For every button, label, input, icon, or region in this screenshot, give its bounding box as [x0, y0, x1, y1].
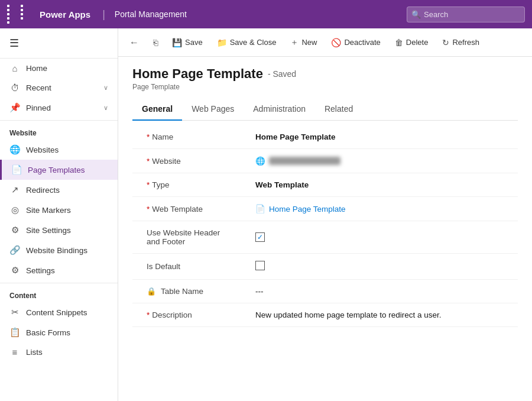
field-label-website: *Website — [132, 149, 251, 173]
sidebar-item-lists[interactable]: ≡ Lists — [0, 342, 118, 362]
field-value-is-default[interactable] — [251, 254, 518, 280]
save-close-button[interactable]: 📁 Save & Close — [210, 34, 283, 51]
sidebar-item-label: Redirects — [26, 186, 108, 195]
sidebar-item-pinned[interactable]: 📌 Pinned ∨ — [0, 98, 118, 118]
app-name: Power Apps — [40, 9, 90, 20]
chevron-down-icon: ∨ — [103, 84, 108, 92]
hamburger-button[interactable]: ☰ — [7, 34, 21, 52]
sidebar-item-redirects[interactable]: ↗ Redirects — [0, 180, 118, 200]
field-label-name: *Name — [132, 125, 251, 149]
search-icon: 🔍 — [411, 10, 421, 19]
field-value-website: 🌐 redacted-site-url — [251, 149, 518, 173]
sidebar-item-website-bindings[interactable]: 🔗 Website Bindings — [0, 240, 118, 260]
refresh-button[interactable]: ↻ Refresh — [436, 34, 486, 51]
sidebar-item-label: Site Settings — [26, 226, 108, 235]
sidebar-section-content: Content — [0, 286, 118, 302]
restore-button[interactable]: ⎗ — [147, 34, 164, 51]
refresh-label: Refresh — [452, 38, 479, 47]
back-button[interactable]: ← — [123, 33, 145, 52]
field-label-is-default: Is Default — [132, 254, 251, 280]
sidebar-item-label: Lists — [26, 348, 108, 357]
lock-icon: 🔒 — [147, 287, 156, 296]
sidebar-item-settings[interactable]: ⚙ Settings — [0, 260, 118, 280]
table-name-value: --- — [255, 287, 264, 296]
sidebar-item-label: Page Templates — [28, 166, 108, 174]
website-field: 🌐 redacted-site-url — [255, 156, 340, 166]
field-row-use-header-footer: Use Website Headerand Footer ✓ — [132, 221, 518, 254]
tab-web-pages[interactable]: Web Pages — [182, 98, 244, 121]
tab-general[interactable]: General — [132, 98, 182, 121]
description-value: New updated home page template to redire… — [255, 311, 441, 319]
required-indicator: * — [147, 132, 150, 141]
save-button[interactable]: 💾 Save — [166, 34, 209, 51]
recent-icon: ⏱ — [9, 83, 20, 93]
sidebar: ☰ ⌂ Home ⏱ Recent ∨ 📌 Pinned ∨ Website 🌐… — [0, 28, 118, 401]
page-template-icon: 📄 — [11, 164, 22, 175]
header-footer-checkbox[interactable]: ✓ — [255, 232, 265, 242]
field-row-type: *Type Web Template — [132, 173, 518, 197]
sidebar-divider-2 — [0, 283, 118, 283]
search-input[interactable] — [407, 7, 525, 22]
sidebar-item-site-settings[interactable]: ⚙ Site Settings — [0, 220, 118, 240]
sidebar-item-label: Pinned — [26, 104, 98, 112]
sidebar-item-label: Website Bindings — [26, 246, 108, 255]
delete-button[interactable]: 🗑 Delete — [388, 34, 435, 51]
sidebar-item-websites[interactable]: 🌐 Websites — [0, 140, 118, 160]
field-label-web-template: *Web Template — [132, 197, 251, 221]
sidebar-item-home[interactable]: ⌂ Home — [0, 59, 118, 78]
field-row-web-template: *Web Template 📄 Home Page Template — [132, 197, 518, 221]
deactivate-button[interactable]: 🚫 Deactivate — [325, 34, 387, 51]
globe-icon: 🌐 — [9, 144, 20, 155]
sidebar-item-page-templates[interactable]: 📄 Page Templates — [0, 160, 118, 180]
delete-icon: 🗑 — [395, 38, 403, 47]
portal-name: Portal Management — [115, 9, 187, 19]
sidebar-item-content-snippets[interactable]: ✂ Content Snippets — [0, 302, 118, 322]
search-container: 🔍 — [407, 7, 525, 22]
refresh-icon: ↻ — [442, 38, 449, 47]
deactivate-label: Deactivate — [344, 38, 380, 47]
record-saved-status: - Saved — [268, 69, 296, 79]
field-value-type: Web Template — [251, 173, 518, 197]
field-value-use-header-footer[interactable]: ✓ — [251, 221, 518, 254]
tab-administration[interactable]: Administration — [244, 98, 315, 121]
web-template-link[interactable]: 📄 Home Page Template — [255, 204, 513, 214]
sidebar-item-recent[interactable]: ⏱ Recent ∨ — [0, 78, 118, 98]
sidebar-item-label: Content Snippets — [26, 308, 108, 317]
sidebar-item-basic-forms[interactable]: 📋 Basic Forms — [0, 322, 118, 342]
field-value-table-name: --- — [251, 280, 518, 303]
template-link-icon: 📄 — [255, 204, 265, 214]
gear-icon: ⚙ — [9, 265, 20, 276]
required-indicator: * — [147, 180, 150, 189]
field-row-table-name: 🔒 Table Name --- — [132, 280, 518, 303]
content-area: ← ⎗ 💾 Save 📁 Save & Close ＋ New 🚫 Deacti… — [118, 28, 532, 401]
sidebar-item-site-markers[interactable]: ◎ Site Markers — [0, 200, 118, 220]
settings-icon: ⚙ — [9, 225, 20, 235]
tab-related[interactable]: Related — [315, 98, 362, 121]
sidebar-item-label: Websites — [26, 145, 108, 154]
top-bar: Power Apps | Portal Management 🔍 — [0, 0, 532, 28]
required-indicator: * — [147, 205, 150, 214]
save-close-icon: 📁 — [217, 38, 227, 47]
back-arrow-icon: ← — [129, 37, 139, 48]
field-label-description: *Description — [132, 303, 251, 327]
apps-grid-icon[interactable] — [7, 5, 33, 24]
sidebar-divider — [0, 120, 118, 121]
form-area: Home Page Template - Saved Page Template… — [118, 57, 532, 401]
save-label: Save — [185, 38, 203, 47]
sidebar-item-label: Site Markers — [26, 206, 108, 215]
record-subtitle: Page Template — [132, 83, 518, 91]
field-row-website: *Website 🌐 redacted-site-url — [132, 149, 518, 173]
sidebar-top-controls: ☰ — [0, 28, 118, 59]
field-value-web-template: 📄 Home Page Template — [251, 197, 518, 221]
new-label: New — [301, 38, 317, 47]
name-value: Home Page Template — [255, 132, 336, 141]
new-button[interactable]: ＋ New — [284, 33, 323, 52]
is-default-checkbox[interactable] — [255, 261, 265, 270]
globe-field-icon: 🌐 — [255, 156, 265, 166]
bindings-icon: 🔗 — [9, 245, 20, 256]
required-indicator: * — [147, 157, 150, 166]
sidebar-section-website: Website — [0, 123, 118, 140]
field-label-type: *Type — [132, 173, 251, 197]
record-title: Home Page Template - Saved — [132, 66, 518, 82]
field-label-table-name: 🔒 Table Name — [132, 280, 251, 303]
